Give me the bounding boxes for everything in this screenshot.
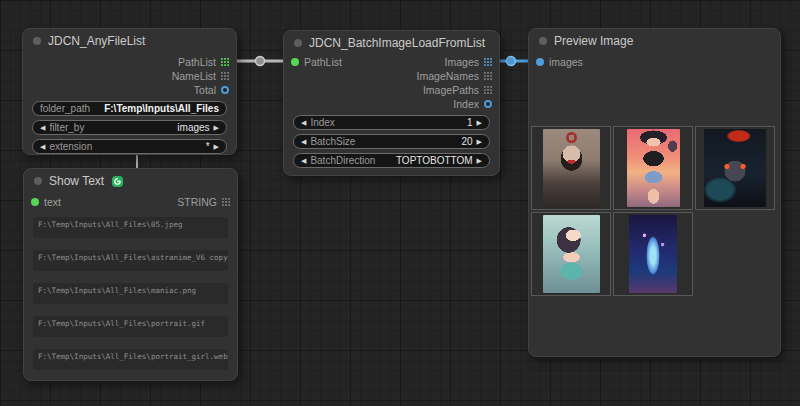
increment-arrow-icon[interactable]: ▶ xyxy=(477,157,482,164)
int-output-dot[interactable] xyxy=(484,100,492,108)
node-preview-image[interactable]: Preview Image images xyxy=(528,28,781,357)
string-output-icon[interactable] xyxy=(222,198,230,206)
increment-arrow-icon[interactable]: ▶ xyxy=(214,124,219,131)
widget-index[interactable]: ◀ Index 1 ▶ xyxy=(293,115,490,130)
text-output-box[interactable]: F:\Temp\Inputs\All_Files\05.jpeg xyxy=(33,217,228,238)
increment-arrow-icon[interactable]: ▶ xyxy=(214,143,219,150)
node-jdcn-anyfilelist[interactable]: JDCN_AnyFileList PathList NameList Total… xyxy=(22,28,237,155)
preview-thumbnail xyxy=(629,215,677,293)
output-slot-pathlist: PathList xyxy=(23,55,236,69)
increment-arrow-icon[interactable]: ▶ xyxy=(477,138,482,145)
preview-cell xyxy=(531,212,611,296)
node-titlebar[interactable]: Preview Image xyxy=(529,29,780,53)
text-input-dot[interactable] xyxy=(31,198,39,206)
decrement-arrow-icon[interactable]: ◀ xyxy=(40,143,45,150)
list-output-icon[interactable] xyxy=(221,72,229,80)
int-output-dot[interactable] xyxy=(221,86,229,94)
preview-cell xyxy=(613,126,693,210)
output-slot-imagenames: ImageNames xyxy=(284,69,499,83)
output-slot-index: Index xyxy=(284,97,499,111)
text-output-box[interactable]: F:\Temp\Inputs\All_Files\astranime_V6 co… xyxy=(33,250,228,271)
output-slot-namelist: NameList xyxy=(23,69,236,83)
decrement-arrow-icon[interactable]: ◀ xyxy=(40,124,45,131)
node-show-text[interactable]: Show Text text STRING F:\Temp\Inputs\All… xyxy=(23,168,238,381)
preview-thumbnail xyxy=(543,129,600,207)
preview-cell xyxy=(531,126,611,210)
slot-row-text-string: text STRING xyxy=(24,195,237,209)
collapse-dot[interactable] xyxy=(539,37,547,45)
preview-thumbnail xyxy=(543,215,600,293)
output-slot-total: Total xyxy=(23,83,236,97)
node-jdcn-batchimageloadfromlist[interactable]: JDCN_BatchImageLoadFromList PathList Ima… xyxy=(283,30,500,176)
collapse-dot[interactable] xyxy=(294,39,302,47)
node-graph-canvas[interactable]: JDCN_AnyFileList PathList NameList Total… xyxy=(0,0,800,406)
decrement-arrow-icon[interactable]: ◀ xyxy=(301,157,306,164)
widget-extension[interactable]: ◀ extension * ▶ xyxy=(32,139,227,154)
preview-cell xyxy=(613,212,693,296)
pathlist-input-dot[interactable] xyxy=(291,58,299,66)
images-input-dot[interactable] xyxy=(536,58,544,66)
custom-scripts-badge-icon xyxy=(111,175,124,188)
text-output-box[interactable]: F:\Temp\Inputs\All_Files\portrait_girl.w… xyxy=(33,349,228,370)
node-title: JDCN_BatchImageLoadFromList xyxy=(309,36,485,50)
node-titlebar[interactable]: JDCN_BatchImageLoadFromList xyxy=(284,31,499,55)
list-output-icon[interactable] xyxy=(484,72,492,80)
decrement-arrow-icon[interactable]: ◀ xyxy=(301,138,306,145)
preview-thumbnail xyxy=(704,129,766,207)
images-output-icon[interactable] xyxy=(484,58,492,66)
node-titlebar[interactable]: Show Text xyxy=(24,169,237,193)
input-slot-images: images xyxy=(529,55,780,69)
list-output-icon[interactable] xyxy=(484,86,492,94)
preview-cell xyxy=(695,126,775,210)
node-title: JDCN_AnyFileList xyxy=(48,34,145,48)
collapse-dot[interactable] xyxy=(34,177,42,185)
node-title: Preview Image xyxy=(554,34,633,48)
preview-thumbnail-grid xyxy=(531,126,779,296)
list-output-icon[interactable] xyxy=(221,58,229,66)
widget-batchsize[interactable]: ◀ BatchSize 20 ▶ xyxy=(293,134,490,149)
link-midpoint-dot xyxy=(256,57,265,66)
preview-thumbnail xyxy=(627,129,680,207)
collapse-dot[interactable] xyxy=(33,37,41,45)
node-title: Show Text xyxy=(49,174,104,188)
widget-batchdirection[interactable]: ◀ BatchDirection TOPTOBOTTOM ▶ xyxy=(293,153,490,168)
widget-filter-by[interactable]: ◀ filter_by images ▶ xyxy=(32,120,227,135)
widget-folder-path[interactable]: folder_path F:\Temp\Inputs\All_Files xyxy=(32,101,227,116)
link-midpoint-dot xyxy=(507,57,516,66)
text-output-box[interactable]: F:\Temp\Inputs\All_Files\portrait.gif xyxy=(33,316,228,337)
text-output-box[interactable]: F:\Temp\Inputs\All_Files\maniac.png xyxy=(33,283,228,304)
decrement-arrow-icon[interactable]: ◀ xyxy=(301,119,306,126)
node-titlebar[interactable]: JDCN_AnyFileList xyxy=(23,29,236,53)
increment-arrow-icon[interactable]: ▶ xyxy=(477,119,482,126)
slot-row-pathlist-images: PathList Images xyxy=(284,55,499,69)
output-slot-imagepaths: ImagePaths xyxy=(284,83,499,97)
